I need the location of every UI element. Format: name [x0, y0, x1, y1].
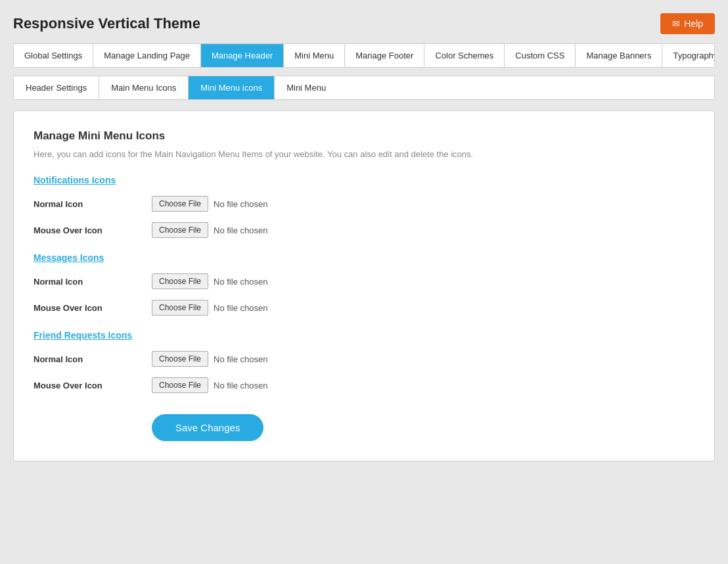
msg-normal-choose-file[interactable]: Choose File	[152, 273, 208, 289]
tab-mini-menu[interactable]: Mini Menu	[284, 44, 345, 67]
help-button[interactable]: ✉ Help	[660, 13, 715, 34]
fr-mouseover-row: Mouse Over Icon Choose File No file chos…	[34, 377, 694, 393]
tab-custom-css[interactable]: Custom CSS	[505, 44, 576, 67]
tab-global-settings[interactable]: Global Settings	[14, 44, 93, 67]
tab-manage-banners[interactable]: Manage Banners	[576, 44, 662, 67]
fr-mouseover-file-wrapper: Choose File No file chosen	[152, 377, 267, 393]
fr-normal-row: Normal Icon Choose File No file chosen	[34, 351, 694, 367]
notif-mouseover-choose-file[interactable]: Choose File	[152, 222, 208, 238]
tab-manage-landing-page[interactable]: Manage Landing Page	[93, 44, 201, 67]
panel-title: Manage Mini Menu Icons	[34, 129, 694, 143]
help-icon: ✉	[672, 18, 680, 29]
tab-typography[interactable]: Typography	[662, 44, 715, 67]
msg-mouseover-label: Mouse Over Icon	[34, 303, 152, 313]
friend-requests-icons-section: Friend Requests Icons Normal Icon Choose…	[34, 330, 694, 393]
fr-mouseover-choose-file[interactable]: Choose File	[152, 377, 208, 393]
subtab-mini-menu-icons[interactable]: Mini Menu icons	[189, 76, 275, 99]
notif-normal-choose-file[interactable]: Choose File	[152, 196, 208, 212]
subtab-mini-menu[interactable]: Mini Menu	[275, 76, 338, 99]
notif-normal-row: Normal Icon Choose File No file chosen	[34, 196, 694, 212]
tab-color-schemes[interactable]: Color Schemes	[424, 44, 505, 67]
msg-normal-label: Normal Icon	[34, 277, 152, 287]
notif-mouseover-file-wrapper: Choose File No file chosen	[152, 222, 267, 238]
fr-normal-no-file: No file chosen	[214, 354, 267, 364]
msg-mouseover-row: Mouse Over Icon Choose File No file chos…	[34, 300, 694, 316]
tab-manage-footer[interactable]: Manage Footer	[345, 44, 424, 67]
save-changes-button[interactable]: Save Changes	[152, 414, 263, 441]
msg-normal-no-file: No file chosen	[214, 277, 267, 287]
notif-normal-file-wrapper: Choose File No file chosen	[152, 196, 267, 212]
notif-mouseover-row: Mouse Over Icon Choose File No file chos…	[34, 222, 694, 238]
subtab-main-menu-icons[interactable]: Main Menu Icons	[99, 76, 189, 99]
notif-normal-label: Normal Icon	[34, 199, 152, 209]
msg-normal-file-wrapper: Choose File No file chosen	[152, 273, 267, 289]
notifications-icons-title: Notifications Icons	[34, 175, 694, 185]
top-header: Responsive Vertical Theme ✉ Help	[13, 13, 715, 34]
msg-mouseover-choose-file[interactable]: Choose File	[152, 300, 208, 316]
notifications-icons-section: Notifications Icons Normal Icon Choose F…	[34, 175, 694, 238]
fr-mouseover-no-file: No file chosen	[214, 381, 267, 390]
msg-mouseover-file-wrapper: Choose File No file chosen	[152, 300, 267, 316]
save-button-wrapper: Save Changes	[152, 408, 694, 441]
panel-description: Here, you can add icons for the Main Nav…	[34, 149, 694, 159]
main-tabs: Global Settings Manage Landing Page Mana…	[13, 43, 715, 68]
tab-manage-header[interactable]: Manage Header	[201, 44, 284, 67]
notif-normal-no-file: No file chosen	[214, 199, 267, 209]
messages-icons-section: Messages Icons Normal Icon Choose File N…	[34, 252, 694, 316]
fr-normal-file-wrapper: Choose File No file chosen	[152, 351, 267, 367]
msg-mouseover-no-file: No file chosen	[214, 303, 267, 313]
sub-tabs: Header Settings Main Menu Icons Mini Men…	[13, 76, 715, 100]
subtab-header-settings[interactable]: Header Settings	[14, 76, 99, 99]
notif-mouseover-no-file: No file chosen	[214, 225, 267, 235]
content-panel: Manage Mini Menu Icons Here, you can add…	[13, 110, 715, 461]
msg-normal-row: Normal Icon Choose File No file chosen	[34, 273, 694, 289]
friend-requests-icons-title: Friend Requests Icons	[34, 330, 694, 341]
help-label: Help	[684, 18, 703, 29]
fr-mouseover-label: Mouse Over Icon	[34, 381, 152, 390]
messages-icons-title: Messages Icons	[34, 252, 694, 263]
fr-normal-choose-file[interactable]: Choose File	[152, 351, 208, 367]
page-title: Responsive Vertical Theme	[13, 15, 200, 32]
fr-normal-label: Normal Icon	[34, 354, 152, 364]
notif-mouseover-label: Mouse Over Icon	[34, 225, 152, 235]
